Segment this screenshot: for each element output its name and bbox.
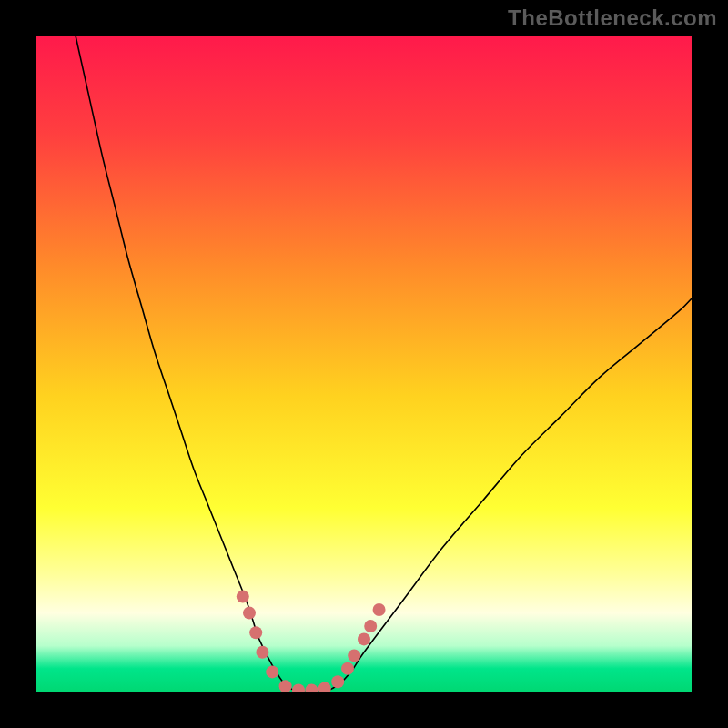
plot-area: [36, 36, 692, 692]
highlight-dot: [256, 646, 268, 659]
highlight-dot: [358, 632, 370, 645]
highlight-dot: [331, 675, 344, 688]
chart-svg: [36, 36, 692, 692]
chart-frame: TheBottleneck.com: [0, 0, 728, 728]
watermark-text: TheBottleneck.com: [508, 5, 717, 31]
highlight-dot: [243, 607, 256, 620]
highlight-dot: [237, 591, 249, 603]
highlight-dot: [249, 626, 262, 639]
highlight-dot: [364, 620, 377, 632]
chart-background: [36, 36, 692, 692]
highlight-dot: [373, 603, 386, 616]
highlight-dot: [266, 665, 278, 678]
highlight-dot: [341, 662, 354, 675]
highlight-dot: [348, 649, 360, 662]
